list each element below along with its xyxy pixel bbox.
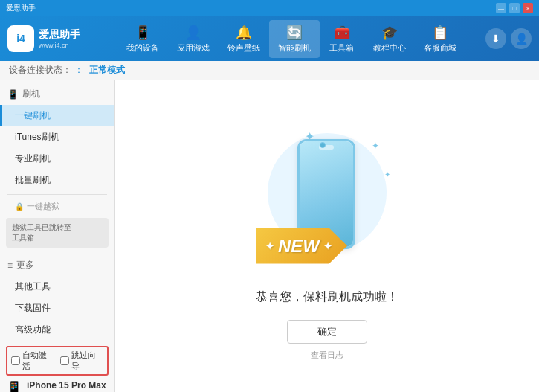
sparkle-2: ✦	[372, 141, 379, 151]
user-button[interactable]: 👤	[511, 28, 532, 49]
logo-text: 爱思助手 www.i4.cn	[39, 28, 80, 49]
toolbox-icon: 🧰	[334, 25, 350, 41]
batch-flash-label: 批量刷机	[15, 175, 51, 185]
phone-container: ✦ ✦ ✦ ✦ NEW ✦	[260, 126, 394, 274]
app-name: 爱思助手	[39, 28, 80, 42]
window-title-area: 爱思助手	[6, 3, 36, 13]
logo-char: i4	[16, 33, 25, 45]
flash-section-label: 刷机	[22, 88, 40, 100]
device-info: 📱 iPhone 15 Pro Max 512GB iPhone	[6, 380, 109, 392]
nav-tabs: 📱 我的设备 👤 应用游戏 🔔 铃声壁纸 🔄 智能刷机 🧰 工具箱 🎓 教程中心…	[97, 20, 485, 58]
app-header: i4 爱思助手 www.i4.cn 📱 我的设备 👤 应用游戏 🔔 铃声壁纸 🔄…	[0, 16, 539, 61]
confirm-button[interactable]: 确定	[287, 320, 367, 344]
mode-value: 正常模式	[89, 64, 125, 77]
tab-my-device-label: 我的设备	[126, 42, 159, 54]
device-details: iPhone 15 Pro Max 512GB iPhone	[27, 380, 106, 392]
tab-tutorial-label: 教程中心	[373, 42, 406, 54]
sidebar-item-advanced[interactable]: 高级功能	[0, 319, 114, 341]
skip-guide-option[interactable]: 跳过向导	[60, 350, 103, 372]
device-phone-icon: 📱	[6, 380, 22, 392]
jailbreak-section-header: 🔒 一键越狱	[0, 198, 114, 215]
sidebar-item-one-key-flash[interactable]: 一键刷机	[0, 105, 114, 126]
view-log-link[interactable]: 查看日志	[311, 350, 343, 361]
logo-icon: i4	[7, 25, 34, 52]
tab-service-label: 客服商城	[424, 42, 456, 54]
sidebar-item-batch-flash[interactable]: 批量刷机	[0, 170, 114, 191]
jailbreak-note: 越狱工具已跳转至工具箱	[6, 218, 109, 248]
tab-smart-flash[interactable]: 🔄 智能刷机	[269, 20, 320, 58]
phone-camera	[320, 142, 326, 148]
sidebar-section-jailbreak: 🔒 一键越狱 越狱工具已跳转至工具箱	[0, 198, 114, 248]
jailbreak-note-text: 越狱工具已跳转至工具箱	[12, 223, 71, 242]
tab-apps-label: 应用游戏	[177, 42, 210, 54]
new-badge: ✦ NEW ✦	[256, 228, 347, 264]
tab-ringtone-label: 铃声壁纸	[227, 42, 260, 54]
sidebar-item-pro-flash[interactable]: 专业刷机	[0, 148, 114, 170]
apps-icon: 👤	[185, 25, 201, 41]
maximize-button[interactable]: □	[509, 3, 520, 13]
star-after: ✦	[323, 240, 332, 252]
main-body: 📱 刷机 一键刷机 iTunes刷机 专业刷机 批量刷机	[0, 80, 539, 392]
more-section-icon: ≡	[7, 260, 13, 271]
star-before: ✦	[265, 240, 274, 252]
tab-ringtone[interactable]: 🔔 铃声壁纸	[219, 20, 269, 58]
app-url: www.i4.cn	[39, 42, 80, 49]
itunes-flash-label: iTunes刷机	[15, 132, 59, 142]
device-checkboxes: 自动激活 跳过向导	[6, 346, 109, 376]
flash-section-header: 📱 刷机	[0, 83, 114, 105]
tab-service[interactable]: 📋 客服商城	[415, 20, 465, 58]
more-section-header: ≡ 更多	[0, 254, 114, 276]
sparkle-3: ✦	[384, 170, 390, 179]
download-button[interactable]: ⬇	[485, 28, 506, 49]
sidebar-item-download-fw[interactable]: 下载固件	[0, 298, 114, 319]
skip-guide-checkbox[interactable]	[60, 356, 69, 365]
tutorial-icon: 🎓	[381, 25, 398, 41]
divider-1	[7, 194, 107, 195]
auto-activate-option[interactable]: 自动激活	[11, 350, 54, 372]
flash-section-icon: 📱	[7, 89, 19, 100]
window-controls[interactable]: — □ ×	[496, 3, 533, 13]
success-message: 恭喜您，保料刷机成功啦！	[256, 289, 398, 305]
main-content: ✦ ✦ ✦ ✦ NEW ✦ 恭喜您，保料刷机成功啦！	[115, 80, 539, 392]
sidebar-section-flash: 📱 刷机 一键刷机 iTunes刷机 专业刷机 批量刷机	[0, 83, 114, 191]
other-tools-label: 其他工具	[15, 281, 51, 292]
tab-smart-flash-label: 智能刷机	[278, 42, 311, 54]
ringtone-icon: 🔔	[236, 25, 252, 41]
mode-label: 设备连接状态：	[9, 64, 71, 77]
tab-toolbox-label: 工具箱	[329, 42, 354, 54]
more-section-label: 更多	[16, 259, 34, 271]
skip-guide-label: 跳过向导	[71, 350, 103, 372]
success-illustration: ✦ ✦ ✦ ✦ NEW ✦	[260, 126, 394, 274]
new-badge-text: NEW	[278, 236, 320, 257]
advanced-label: 高级功能	[15, 324, 51, 335]
lock-icon: 🔒	[15, 202, 24, 211]
sidebar-content: 📱 刷机 一键刷机 iTunes刷机 专业刷机 批量刷机	[0, 80, 114, 392]
device-name: iPhone 15 Pro Max	[27, 380, 106, 391]
tab-apps[interactable]: 👤 应用游戏	[168, 20, 219, 58]
divider-2	[7, 251, 107, 251]
window-title: 爱思助手	[6, 3, 36, 13]
tab-my-device[interactable]: 📱 我的设备	[117, 20, 168, 58]
service-icon: 📋	[432, 25, 448, 41]
mode-bar: 设备连接状态： ： 正常模式	[0, 61, 539, 80]
header-right: ⬇ 👤	[485, 28, 532, 49]
tab-tutorial[interactable]: 🎓 教程中心	[364, 20, 415, 58]
my-device-icon: 📱	[135, 25, 151, 41]
smart-flash-icon: 🔄	[286, 25, 303, 41]
sidebar-item-itunes-flash[interactable]: iTunes刷机	[0, 126, 114, 148]
sidebar: 📱 刷机 一键刷机 iTunes刷机 专业刷机 批量刷机	[0, 80, 115, 392]
one-key-flash-label: 一键刷机	[15, 110, 51, 121]
logo: i4 爱思助手 www.i4.cn	[7, 25, 97, 52]
sidebar-section-more: ≡ 更多 其他工具 下载固件 高级功能	[0, 254, 114, 341]
jailbreak-section-label: 一键越狱	[27, 201, 59, 212]
auto-activate-label: 自动激活	[22, 350, 54, 372]
close-button[interactable]: ×	[523, 3, 533, 13]
pro-flash-label: 专业刷机	[15, 153, 51, 164]
minimize-button[interactable]: —	[496, 3, 506, 13]
device-panel: 自动激活 跳过向导 📱 iPhone 15 Pro Max 512GB iPho…	[0, 341, 114, 392]
window-chrome: 爱思助手 — □ ×	[0, 0, 539, 16]
download-fw-label: 下载固件	[15, 303, 51, 313]
auto-activate-checkbox[interactable]	[11, 356, 20, 365]
sidebar-item-other-tools[interactable]: 其他工具	[0, 276, 114, 298]
tab-toolbox[interactable]: 🧰 工具箱	[320, 20, 364, 58]
